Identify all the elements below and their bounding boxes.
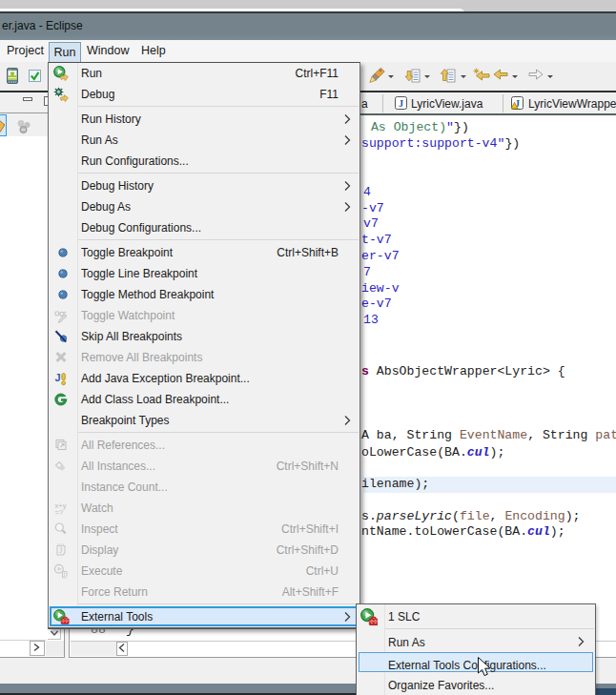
svg-text:=?: =? [55, 508, 64, 517]
svg-text:j: j [62, 570, 65, 578]
svg-text:J: J [59, 545, 63, 555]
svg-text:J: J [399, 98, 403, 109]
svg-text:J: J [55, 372, 61, 383]
